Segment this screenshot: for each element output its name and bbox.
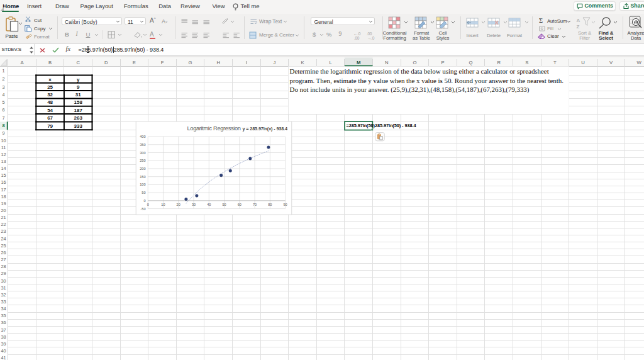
svg-text:H: H <box>216 60 220 65</box>
svg-text:Logaritmic Regression: Logaritmic Regression <box>187 125 241 132</box>
svg-text:5: 5 <box>3 99 5 105</box>
svg-text:48: 48 <box>47 99 53 105</box>
svg-text:N: N <box>385 60 389 65</box>
svg-text:400: 400 <box>140 135 145 138</box>
svg-text:40: 40 <box>207 203 211 206</box>
svg-text:G: G <box>189 60 192 65</box>
svg-text:17: 17 <box>1 187 6 193</box>
svg-text:263: 263 <box>74 115 83 121</box>
svg-text:8: 8 <box>3 123 5 128</box>
svg-text:B: B <box>48 60 52 65</box>
svg-text:W: W <box>637 60 642 65</box>
svg-text:0: 0 <box>143 199 145 203</box>
svg-text:21: 21 <box>1 215 6 220</box>
svg-text:U: U <box>581 60 585 65</box>
svg-text:16: 16 <box>1 179 6 185</box>
svg-text:30: 30 <box>192 203 196 206</box>
svg-text:12: 12 <box>1 152 6 157</box>
svg-text:80: 80 <box>268 203 272 206</box>
svg-text:2: 2 <box>3 76 5 82</box>
svg-text:60: 60 <box>238 203 242 206</box>
svg-text:y = 285.97ln(x) - 938.4: y = 285.97ln(x) - 938.4 <box>243 126 288 132</box>
svg-text:K: K <box>301 60 304 65</box>
svg-text:1: 1 <box>3 68 5 74</box>
svg-text:70: 70 <box>253 203 257 206</box>
svg-text:F: F <box>161 60 164 65</box>
svg-text:67: 67 <box>47 115 53 121</box>
svg-text:19: 19 <box>1 201 6 206</box>
svg-text:54: 54 <box>47 108 53 113</box>
svg-text:D: D <box>104 60 108 65</box>
svg-text:program. Then, estimate the y: program. Then, estimate the y value when… <box>290 77 564 84</box>
svg-text:333: 333 <box>74 123 83 129</box>
svg-text:Determine the logarithmic regr: Determine the logarithmic regression of … <box>290 67 549 75</box>
svg-text:Do not include units in your a: Do not include units in your answer. (25… <box>290 86 530 94</box>
svg-text:25: 25 <box>47 84 53 90</box>
svg-text:20: 20 <box>177 203 180 206</box>
svg-text:200: 200 <box>140 167 145 171</box>
svg-text:29: 29 <box>1 271 6 276</box>
svg-text:R: R <box>497 60 501 65</box>
svg-text:9: 9 <box>3 130 5 136</box>
svg-text:C: C <box>76 60 80 65</box>
svg-text:350: 350 <box>140 143 145 147</box>
svg-text:50: 50 <box>222 203 226 206</box>
svg-text:4: 4 <box>3 92 5 98</box>
svg-text:0: 0 <box>147 203 149 206</box>
svg-text:25: 25 <box>1 243 6 249</box>
svg-text:18: 18 <box>1 194 6 200</box>
svg-text:40: 40 <box>1 348 6 354</box>
svg-text:14: 14 <box>1 166 6 171</box>
svg-text:V: V <box>609 60 613 65</box>
svg-text:34: 34 <box>1 306 6 312</box>
svg-text:28: 28 <box>1 264 6 269</box>
svg-text:S: S <box>525 60 528 65</box>
svg-text:100: 100 <box>140 183 145 186</box>
svg-text:T: T <box>553 60 557 65</box>
svg-text:9: 9 <box>77 84 80 90</box>
svg-text:y: y <box>77 77 80 82</box>
svg-text:187: 187 <box>74 108 83 113</box>
svg-text:O: O <box>413 60 416 65</box>
svg-text:A: A <box>20 60 24 65</box>
svg-text:10: 10 <box>1 138 6 143</box>
svg-text:38: 38 <box>1 334 6 340</box>
svg-text:33: 33 <box>1 299 6 305</box>
svg-text:22: 22 <box>1 222 6 227</box>
svg-text:250: 250 <box>140 159 145 162</box>
svg-text:11: 11 <box>1 145 6 150</box>
svg-text:J: J <box>273 60 275 65</box>
svg-text:20: 20 <box>1 208 6 213</box>
svg-text:23: 23 <box>1 228 6 234</box>
svg-text:P: P <box>441 60 444 65</box>
svg-text:90: 90 <box>284 203 287 206</box>
svg-text:A: A <box>576 17 580 23</box>
svg-text:15: 15 <box>1 172 6 178</box>
svg-text:32: 32 <box>1 292 6 298</box>
svg-text:-50: -50 <box>140 207 145 211</box>
svg-text:35: 35 <box>1 313 6 318</box>
svg-text:300: 300 <box>140 151 145 155</box>
svg-text:31: 31 <box>1 285 6 291</box>
svg-text:x: x <box>48 77 52 82</box>
svg-text:3: 3 <box>3 84 5 90</box>
svg-text:30: 30 <box>1 278 6 284</box>
svg-text:27: 27 <box>1 257 6 262</box>
svg-text:26: 26 <box>1 250 6 256</box>
svg-text:Q: Q <box>469 60 473 65</box>
svg-text:158: 158 <box>74 99 83 105</box>
svg-text:M: M <box>357 60 360 65</box>
svg-text:31: 31 <box>75 92 81 98</box>
svg-text:6: 6 <box>3 107 5 113</box>
svg-text:I: I <box>246 60 247 65</box>
svg-text:150: 150 <box>140 175 145 179</box>
svg-text:7: 7 <box>3 115 5 121</box>
svg-text:37: 37 <box>1 327 6 333</box>
svg-text:=285.97ln(50)285.97ln(50) - 93: =285.97ln(50)285.97ln(50) - 938.4 <box>347 123 417 128</box>
svg-text:24: 24 <box>1 236 6 242</box>
svg-text:E: E <box>133 60 136 65</box>
svg-text:50: 50 <box>142 191 145 194</box>
svg-text:41: 41 <box>1 355 6 360</box>
svg-text:10: 10 <box>161 203 165 206</box>
svg-text:13: 13 <box>1 159 6 164</box>
